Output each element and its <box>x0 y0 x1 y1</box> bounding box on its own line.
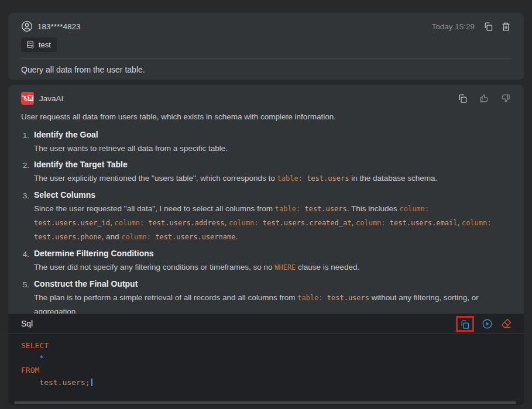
user-avatar-icon <box>21 20 33 32</box>
sql-section-header: Sql <box>8 314 524 334</box>
thumbs-up-icon <box>479 93 489 104</box>
inline-code: test.users.username <box>151 233 236 241</box>
javaai-logo-icon: 飞 算 <box>21 92 34 105</box>
inline-code: column: <box>399 205 429 213</box>
delete-message-button[interactable] <box>501 22 511 32</box>
eraser-icon <box>500 318 512 329</box>
inline-code: test.users.phone <box>34 233 102 241</box>
inline-code: test.users <box>300 205 346 213</box>
inline-code: column: <box>462 219 492 227</box>
thumbs-down-icon <box>500 93 511 104</box>
step-text: , <box>457 218 462 227</box>
reasoning-step: 4. Determine Filtering Conditions The us… <box>21 247 511 274</box>
inline-code: column: <box>356 219 386 227</box>
step-number: 2. <box>21 158 29 185</box>
user-message-card: 183****4823 Today 15:29 <box>8 13 524 80</box>
inline-code: test.users.email <box>386 219 458 227</box>
step-text: , <box>224 218 229 227</box>
inline-code: test.users.created_at <box>259 219 352 227</box>
message-timestamp: Today 15:29 <box>431 22 475 31</box>
run-sql-button[interactable] <box>482 318 493 329</box>
step-title: Identify the Target Table <box>34 158 437 171</box>
step-text: , <box>110 218 115 227</box>
thumbs-up-button[interactable] <box>479 93 489 104</box>
inline-code: table: <box>277 174 303 183</box>
reasoning-step: 5. Construct the Final Output The plan i… <box>21 277 511 318</box>
step-body: The user wants to retrieve all data from… <box>34 142 228 155</box>
copy-message-button[interactable] <box>483 22 493 32</box>
reasoning-step: 3. Select Columns Since the user request… <box>21 188 511 244</box>
assistant-name-label: JavaAI <box>39 94 63 103</box>
step-text: . <box>235 232 238 241</box>
copy-sql-button[interactable] <box>460 319 470 329</box>
ai-response-card: 飞 算 JavaAI <box>8 85 524 405</box>
step-text: in the database schema. <box>349 174 437 183</box>
copy-response-button[interactable] <box>458 94 468 104</box>
reasoning-step: 1. Identify the Goal The user wants to r… <box>21 128 511 155</box>
reasoning-steps-list: 1. Identify the Goal The user wants to r… <box>21 128 511 318</box>
inline-code: test.users <box>323 294 369 302</box>
logo-glyph-right: 算 <box>28 95 33 101</box>
sql-token: * <box>21 353 44 362</box>
copy-icon <box>460 319 470 329</box>
sql-section-label: Sql <box>21 319 33 328</box>
user-message-header: 183****4823 Today 15:29 <box>21 13 511 32</box>
horizontal-scrollbar[interactable] <box>14 401 516 404</box>
sql-code-line: SELECT <box>21 339 511 352</box>
step-text: . This includes <box>347 204 400 213</box>
inline-code: WHERE <box>274 263 296 271</box>
step-title: Determine Filtering Conditions <box>34 247 359 260</box>
inline-code: table: <box>275 205 300 213</box>
copy-icon <box>483 22 493 32</box>
run-play-icon <box>482 318 493 329</box>
step-body: The user explicitly mentioned the "users… <box>34 171 437 185</box>
ai-intro-text: User requests all data from users table,… <box>21 111 511 123</box>
step-text: , and <box>102 232 122 241</box>
chat-page: { "user": { "name": "183****4823", "badg… <box>0 0 532 409</box>
step-title: Construct the Final Output <box>34 277 511 291</box>
trash-icon <box>501 22 511 32</box>
logo-glyph-left: 飞 <box>22 95 27 102</box>
step-number: 1. <box>21 128 29 155</box>
database-badge-label: test <box>39 40 51 49</box>
database-badge[interactable]: test <box>21 37 57 52</box>
step-text: Since the user requested "all data", I n… <box>34 204 275 213</box>
inline-code: column: <box>121 233 151 241</box>
inline-code: test.users.address <box>144 219 224 227</box>
step-number: 4. <box>21 247 29 274</box>
inline-code: test.users.user_id <box>34 219 110 227</box>
clear-sql-button[interactable] <box>500 318 512 329</box>
reasoning-step: 2. Identify the Target Table The user ex… <box>21 158 511 185</box>
thumbs-down-button[interactable] <box>500 93 511 104</box>
user-message-text: Query all data from the user table. <box>21 59 511 74</box>
sql-token: test.users; <box>21 378 90 387</box>
sql-token: FROM <box>21 366 39 374</box>
step-text: clause is needed. <box>296 263 359 271</box>
step-title: Select Columns <box>34 188 511 202</box>
copy-icon <box>458 94 468 104</box>
inline-code: test.users <box>303 174 349 183</box>
sql-code-line: FROM <box>21 364 511 376</box>
ai-response-header: 飞 算 JavaAI <box>21 85 511 105</box>
sql-result-section: Sql <box>8 314 524 405</box>
sql-code-block[interactable]: SELECT *FROM test.users; <box>8 334 524 389</box>
sql-token: SELECT <box>21 341 49 350</box>
database-icon <box>26 40 35 49</box>
inline-code: column: <box>115 219 145 227</box>
step-title: Identify the Goal <box>34 128 228 142</box>
sql-code-line: test.users; <box>21 376 511 389</box>
step-body: Since the user requested "all data", I n… <box>34 202 511 244</box>
step-text: The user did not specify any filtering c… <box>34 263 274 271</box>
step-text: , <box>351 218 356 227</box>
annotation-red-box <box>456 316 474 332</box>
step-text: The user explicitly mentioned the "users… <box>34 174 277 183</box>
sql-code-line: * <box>21 352 511 364</box>
step-text: The plan is to perform a simple retrieva… <box>34 293 297 302</box>
inline-code: table: <box>297 294 322 302</box>
user-id-label: 183****4823 <box>37 22 81 31</box>
inline-code: column: <box>229 219 259 227</box>
step-text: The user wants to retrieve all data from… <box>34 144 228 153</box>
step-number: 5. <box>21 277 29 318</box>
step-body: The user did not specify any filtering c… <box>34 260 359 274</box>
step-number: 3. <box>21 188 29 244</box>
